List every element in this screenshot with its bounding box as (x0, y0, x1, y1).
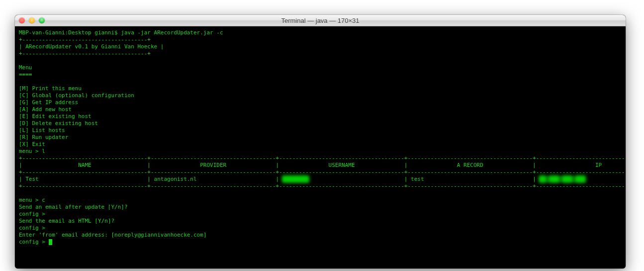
table-border: +--------------------------------------+… (19, 169, 626, 175)
menu-underline: ==== (19, 71, 32, 78)
redacted-username: ████████ (282, 176, 309, 183)
box-title: | ARecordUpdater v0.1 by Gianni Van Hoec… (19, 43, 164, 50)
menu-header: Menu (19, 64, 32, 71)
menu-item: [L] List hosts (19, 127, 65, 134)
config-question: Enter 'from' email address: [noreply@gia… (19, 232, 207, 238)
close-icon[interactable] (19, 17, 25, 23)
menu-item: [M] Print this menu (19, 85, 82, 92)
config-question: Send an email after update [Y/n]? (19, 204, 128, 210)
config-prompt: config > (19, 225, 45, 231)
menu-prompt-l: menu > l (19, 148, 45, 154)
menu-prompt-c: menu > c (19, 197, 45, 203)
minimize-icon[interactable] (29, 17, 35, 23)
table-border: +--------------------------------------+… (19, 155, 626, 161)
table-header: | NAME | PROVIDER | USERNAME | A RECORD … (19, 162, 626, 168)
prompt-line: MBP-van-Gianni:Desktop gianni$ java -jar… (19, 29, 223, 36)
terminal-content[interactable]: MBP-van-Gianni:Desktop gianni$ java -jar… (15, 26, 626, 269)
menu-item: [A] Add new host (19, 106, 72, 113)
terminal-window: Terminal — java — 170×31 MBP-van-Gianni:… (15, 15, 626, 269)
cursor-icon (49, 239, 52, 245)
config-question: Send the email as HTML [Y/n]? (19, 218, 114, 224)
box-border-top: +--------------------------------------+ (19, 36, 151, 43)
config-prompt: config > (19, 211, 45, 217)
window-title: Terminal — java — 170×31 (15, 17, 626, 24)
menu-item: [D] Delete existing host (19, 120, 98, 127)
redacted-ip: ██.███.███.███ (539, 176, 585, 183)
menu-item: [C] Global (optional) configuration (19, 92, 134, 99)
table-border: +--------------------------------------+… (19, 183, 626, 189)
box-border-bottom: +--------------------------------------+ (19, 50, 151, 57)
table-row: | Test | antagonist.nl | ████████ | test… (19, 176, 626, 182)
titlebar: Terminal — java — 170×31 (15, 15, 626, 26)
menu-item: [G] Get IP address (19, 99, 78, 106)
window-controls (19, 17, 45, 23)
menu-item: [R] Run updater (19, 134, 68, 140)
menu-item: [X] Exit (19, 141, 45, 147)
menu-item: [E] Edit existing host (19, 113, 92, 120)
config-prompt: config > (19, 239, 49, 245)
zoom-icon[interactable] (39, 17, 45, 23)
